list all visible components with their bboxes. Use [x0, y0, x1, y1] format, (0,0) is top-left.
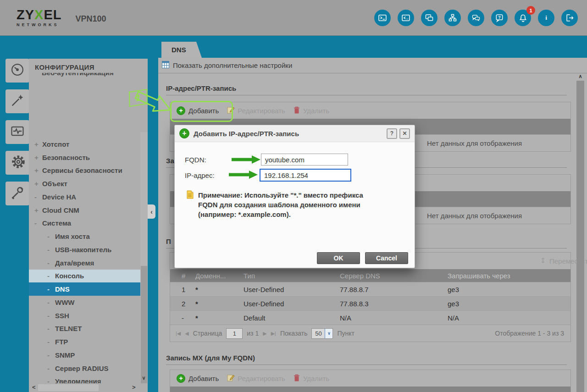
- sidebar-collapse-handle[interactable]: ‹: [148, 204, 155, 219]
- content-scrollbar-thumb[interactable]: [576, 81, 584, 392]
- reference-button[interactable]: [421, 10, 437, 26]
- sidebar-scroll-down[interactable]: ∨: [140, 375, 147, 381]
- first-page-icon[interactable]: |◀: [176, 331, 181, 337]
- plus-icon: +: [177, 106, 185, 115]
- edit-button[interactable]: Редактировать: [227, 106, 285, 115]
- sidebar-hscroll-right[interactable]: >: [132, 384, 136, 391]
- add-button[interactable]: +Добавить: [177, 374, 219, 383]
- dialog-note: Примечание: Используйте "*." вместо преф…: [187, 190, 366, 219]
- cli-button[interactable]: [398, 10, 414, 26]
- sidebar-item-dns[interactable]: -DNS: [29, 282, 140, 296]
- sidebar-hscroll-left[interactable]: <: [32, 384, 36, 391]
- section-heading-ptr: IP-адрес/PTR-запись: [166, 84, 567, 95]
- sidebar-item-clipped[interactable]: Веб-аутентификация: [29, 73, 148, 77]
- sidebar-item-security-services[interactable]: +Сервисы безопасности: [29, 164, 140, 177]
- sidebar-item-cloud-cnm[interactable]: +Cloud CNM: [29, 204, 140, 217]
- svg-text:?: ?: [498, 15, 501, 20]
- dialog-help-button[interactable]: ?: [387, 128, 397, 139]
- nav-dashboard-tile[interactable]: [6, 59, 29, 83]
- cancel-button[interactable]: Cancel: [365, 252, 408, 264]
- sidebar-item-security[interactable]: +Безопасность: [29, 151, 140, 164]
- forum-button[interactable]: [468, 10, 484, 26]
- empty-table-message: Нет данных для отображения: [427, 212, 522, 220]
- sidebar-item-date-time[interactable]: -Дата/время: [29, 256, 140, 270]
- sidebar-item-ftp[interactable]: -FTP: [29, 335, 140, 348]
- next-page-icon[interactable]: ▶: [263, 331, 266, 337]
- pulse-monitor-icon: [10, 123, 25, 141]
- ok-button[interactable]: OK: [317, 252, 360, 264]
- sitemap-button[interactable]: [444, 10, 461, 26]
- nav-configuration-tile[interactable]: [6, 151, 31, 175]
- add-button[interactable]: +Добавить: [177, 106, 219, 115]
- content-scrollbar[interactable]: ∧: [576, 73, 584, 392]
- mx-table-box: +Добавить Редактировать Удалить # ▲ Доме…: [170, 370, 571, 392]
- sidebar-item-hotspot[interactable]: +Хотспот: [29, 138, 140, 151]
- sidebar-hscrollbar[interactable]: < >: [29, 383, 148, 392]
- table-row[interactable]: 1 * User-Defined 77.88.8.7 ge3: [170, 282, 570, 296]
- web-console-button[interactable]: [374, 10, 391, 26]
- page-size-select[interactable]: 50∨: [311, 328, 333, 339]
- dialog-close-button[interactable]: ✕: [399, 128, 410, 139]
- fqdn-input[interactable]: [261, 154, 348, 166]
- sidebar-hscrollbar-thumb[interactable]: [38, 384, 99, 391]
- sidebar-menu: +Хотспот +Безопасность +Сервисы безопасн…: [29, 138, 140, 392]
- dropdown-arrow-icon: ∨: [325, 329, 332, 338]
- empty-table-message: Нет данных для отображения: [427, 139, 522, 147]
- display-range-text: Отображение 1 - 3 из 3: [495, 330, 565, 337]
- sidebar-item-radius-server[interactable]: -Сервер RADIUS: [29, 362, 140, 375]
- bell-icon: [518, 13, 528, 23]
- move-icon: [540, 257, 546, 265]
- page-number-input[interactable]: [226, 328, 243, 339]
- nav-wizard-tile[interactable]: [6, 89, 29, 113]
- table-row[interactable]: 2 * User-Defined 77.88.8.3 ge3: [170, 296, 570, 310]
- zyxel-logo-wordmark: ZYXEL: [17, 8, 61, 22]
- prev-page-icon[interactable]: ◀: [185, 331, 188, 337]
- dialog-titlebar: + Добавить IP-адрес/PTR-запись ? ✕: [175, 125, 415, 142]
- content-scroll-up[interactable]: ∧: [576, 73, 584, 81]
- help-icon: ?: [495, 13, 504, 22]
- advanced-settings-toggle[interactable]: Показать дополнительные настройки: [158, 58, 587, 73]
- sidebar-scrollbar[interactable]: [140, 132, 148, 383]
- notifications-button[interactable]: 1: [515, 10, 531, 26]
- sidebar-item-www[interactable]: -WWW: [29, 296, 140, 309]
- delete-button[interactable]: Удалить: [294, 106, 329, 115]
- windows-icon: [425, 13, 434, 22]
- sidebar-item-console[interactable]: -Консоль: [29, 270, 140, 283]
- last-page-icon[interactable]: ▶|: [271, 331, 276, 337]
- help-button[interactable]: ?: [491, 10, 508, 26]
- sidebar-item-device-ha[interactable]: -Device HA: [29, 190, 140, 204]
- edit-button[interactable]: Редактировать: [227, 374, 285, 383]
- sidebar-item-system[interactable]: -Система: [29, 217, 140, 230]
- table-row[interactable]: - * Default N/A N/A: [170, 310, 570, 325]
- zyxel-logo-networks: NETWORKS: [17, 23, 61, 27]
- wrench-icon: [10, 185, 25, 202]
- sidebar-item-telnet[interactable]: -TELNET: [29, 322, 140, 336]
- dialog-title: Добавить IP-адрес/PTR-запись: [194, 130, 299, 138]
- ip-address-label: IP-адрес:: [185, 171, 260, 179]
- sidebar-item-ssh[interactable]: -SSH: [29, 309, 140, 322]
- fqdn-label: FQDN:: [185, 156, 261, 164]
- sidebar-item-hostname[interactable]: -Имя хоста: [29, 230, 140, 243]
- trash-icon: [294, 374, 300, 383]
- sidebar-item-object[interactable]: +Объект: [29, 177, 140, 190]
- delete-button[interactable]: Удалить: [294, 374, 329, 383]
- about-button[interactable]: i: [538, 10, 554, 26]
- ip-address-input[interactable]: [260, 169, 351, 182]
- tab-dns[interactable]: DNS: [161, 42, 202, 58]
- plus-icon: +: [177, 374, 185, 383]
- notification-badge: 1: [526, 6, 535, 15]
- app-header: ZYXEL NETWORKS VPN100 ? 1 i: [0, 0, 587, 36]
- note-text: Примечание: Используйте "*." вместо преф…: [198, 190, 366, 219]
- gear-icon: [10, 154, 27, 172]
- sidebar-item-snmp[interactable]: -SNMP: [29, 348, 140, 362]
- nav-maintenance-tile[interactable]: [6, 182, 29, 205]
- logout-button[interactable]: [561, 10, 578, 26]
- trash-icon: [294, 106, 300, 115]
- note-doc-icon: [187, 190, 194, 219]
- sidebar-item-usb-storage[interactable]: -USB-накопитель: [29, 243, 140, 256]
- sidebar-scrollbar-thumb[interactable]: [141, 266, 147, 392]
- dialog-footer: OK Cancel: [175, 248, 415, 268]
- nav-monitor-tile[interactable]: [6, 120, 29, 144]
- mx-table-header: # ▲ Доменное имя IP/FQDN: [170, 386, 570, 392]
- section-heading-mx: Запись MX (для My FQDN): [166, 354, 567, 365]
